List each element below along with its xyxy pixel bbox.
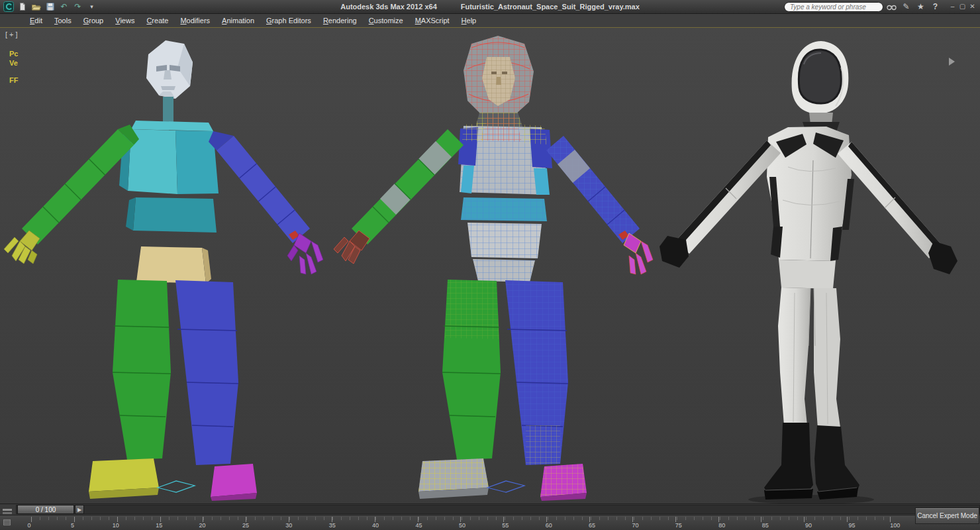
menu-item-help[interactable]: Help: [456, 15, 483, 26]
major-ticks: [31, 517, 891, 522]
lowpoly-arm-right[interactable]: [209, 131, 323, 274]
menu-item-graph-editors[interactable]: Graph Editors: [260, 15, 317, 26]
tick-label: 15: [154, 522, 164, 529]
maximize-icon[interactable]: ▢: [957, 1, 967, 13]
model-wireframe-overlay[interactable]: [334, 36, 653, 501]
open-file-icon[interactable]: [30, 1, 42, 13]
trackbar-options-icon[interactable]: [3, 519, 11, 525]
tick-label: 60: [544, 522, 554, 529]
wireframe-arm-left[interactable]: [334, 129, 464, 264]
tick-label: 0: [24, 522, 34, 529]
time-slider-row: 0 / 100 ▶: [0, 504, 980, 515]
suit-legs[interactable]: [778, 260, 840, 429]
wireframe-leg-left[interactable]: [418, 280, 501, 499]
suit-boot-right[interactable]: [814, 425, 859, 500]
tick-label: 80: [716, 522, 727, 529]
model-lowpoly-rig[interactable]: [4, 40, 323, 501]
menu-item-customize[interactable]: Customize: [363, 15, 409, 26]
redo-icon[interactable]: ↷: [72, 1, 84, 13]
viewport-menu-label[interactable]: [ + ]: [5, 30, 18, 38]
tick-label: 35: [327, 522, 338, 529]
wireframe-chest[interactable]: [458, 114, 552, 195]
tick-label: 70: [630, 522, 640, 529]
time-slider-track[interactable]: [16, 505, 980, 514]
suit-glove-left[interactable]: [660, 236, 689, 268]
menu-item-group[interactable]: Group: [77, 15, 110, 26]
menu-item-modifiers[interactable]: Modifiers: [174, 15, 216, 26]
tick-label: 55: [500, 522, 511, 529]
lowpoly-leg-left[interactable]: [89, 280, 171, 499]
lowpoly-arm-left[interactable]: [4, 125, 139, 264]
viewport-side-label: Ve: [9, 59, 18, 67]
cancel-expert-mode-button[interactable]: Cancel Expert Mode: [915, 507, 979, 524]
wireframe-leg-right[interactable]: [505, 280, 587, 501]
quick-access-toolbar: ↶ ↷ ▾: [0, 1, 98, 13]
menu-item-tools[interactable]: Tools: [48, 15, 77, 26]
suit-boot-left[interactable]: [764, 423, 813, 500]
suit-glove-right[interactable]: [928, 241, 957, 274]
tick-label: 40: [370, 522, 381, 529]
menu-item-views[interactable]: Views: [109, 15, 140, 26]
trackbar-ruler[interactable]: 0510152025303540455055606570758085909510…: [26, 515, 895, 530]
infocenter-help-icon[interactable]: ?: [929, 1, 942, 13]
wireframe-abdomen[interactable]: [461, 197, 547, 282]
lowpoly-foot-left[interactable]: [89, 458, 159, 499]
lowpoly-leg-right[interactable]: [175, 280, 257, 501]
toolbar-overflow-icon[interactable]: ▾: [85, 1, 98, 13]
window-controls: – ▢ ✕: [948, 1, 977, 13]
tick-label: 85: [760, 522, 771, 529]
time-slider-handle[interactable]: 0 / 100: [17, 505, 74, 514]
track-bar[interactable]: 0510152025303540455055606570758085909510…: [0, 515, 980, 530]
tick-label: 5: [67, 522, 77, 529]
lowpoly-foot-right[interactable]: [211, 464, 257, 501]
suit-arm-right[interactable]: [838, 142, 957, 274]
viewport-nav-arrow-icon[interactable]: [949, 58, 955, 66]
app-window: ↶ ↷ ▾ Autodesk 3ds Max 2012 x64 Futurist…: [0, 0, 980, 530]
viewport[interactable]: [ + ] Pc Ve FF: [0, 27, 980, 504]
lowpoly-head[interactable]: [146, 40, 193, 99]
bottom-bar: 0 / 100 ▶ 051015202530354045505560657075…: [0, 504, 980, 530]
menu-item-animation[interactable]: Animation: [216, 15, 260, 26]
infocenter: ✎ ★ ? – ▢ ✕: [784, 1, 980, 13]
tick-label: 50: [457, 522, 467, 529]
suit-helmet[interactable]: [792, 41, 849, 114]
close-icon[interactable]: ✕: [967, 1, 977, 13]
menu-item-maxscript[interactable]: MAXScript: [409, 15, 456, 26]
tick-label: 20: [197, 522, 208, 529]
lowpoly-hand-left[interactable]: [4, 231, 40, 264]
suit-arm-left[interactable]: [660, 140, 781, 268]
communication-center-icon[interactable]: ✎: [900, 1, 912, 13]
helper-marker[interactable]: [158, 481, 195, 492]
model-textured-suit[interactable]: [660, 41, 957, 504]
search-binoculars-icon[interactable]: [885, 1, 898, 13]
favorites-star-icon[interactable]: ★: [914, 1, 927, 13]
suit-torso[interactable]: [767, 127, 854, 261]
lowpoly-abdomen[interactable]: [126, 197, 217, 233]
tick-label: 10: [111, 522, 121, 529]
viewport-canvas[interactable]: [0, 28, 980, 504]
undo-icon[interactable]: ↶: [58, 1, 70, 13]
app-title: Autodesk 3ds Max 2012 x64: [340, 3, 437, 11]
window-title: Autodesk 3ds Max 2012 x64 Futuristic_Ast…: [340, 3, 640, 11]
search-input[interactable]: [784, 2, 883, 12]
lowpoly-pelvis[interactable]: [136, 246, 206, 284]
wireframe-foot-left[interactable]: [418, 458, 489, 499]
wireframe-hand-left[interactable]: [334, 231, 369, 264]
wireframe-hand-right[interactable]: [624, 233, 653, 274]
viewport-side-label: FF: [9, 76, 18, 84]
helper-marker[interactable]: [487, 481, 524, 492]
tick-label: 75: [673, 522, 684, 529]
wireframe-arm-right[interactable]: [546, 136, 653, 274]
save-file-icon[interactable]: [44, 1, 56, 13]
tick-label: 25: [240, 522, 251, 529]
menu-item-edit[interactable]: Edit: [24, 15, 48, 26]
app-logo-icon[interactable]: [2, 1, 15, 13]
lowpoly-neck[interactable]: [163, 97, 173, 122]
wireframe-foot-right[interactable]: [540, 464, 587, 501]
menu-item-create[interactable]: Create: [140, 15, 174, 26]
next-frame-icon[interactable]: ▶: [75, 505, 84, 514]
menu-item-rendering[interactable]: Rendering: [317, 15, 363, 26]
titlebar: ↶ ↷ ▾ Autodesk 3ds Max 2012 x64 Futurist…: [0, 0, 980, 14]
new-scene-icon[interactable]: [16, 1, 28, 13]
minimize-icon[interactable]: –: [948, 1, 957, 13]
